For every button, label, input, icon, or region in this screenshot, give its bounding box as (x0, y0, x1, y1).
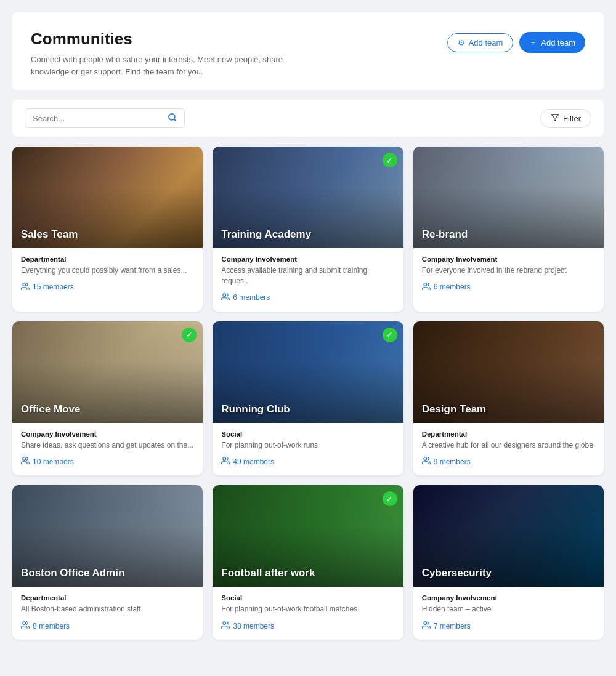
svg-point-4 (223, 293, 226, 296)
card-image: Sales Team (12, 147, 203, 248)
card-image-bg: ✓ Football after work (213, 485, 403, 587)
card-body: Departmental All Boston-based administra… (12, 587, 203, 640)
card-category: Company Involvement (21, 430, 194, 438)
svg-point-6 (23, 457, 26, 461)
card-description: For planning out-of-work football matche… (221, 604, 394, 614)
card-category: Company Involvement (221, 256, 394, 263)
check-badge: ✓ (383, 153, 397, 167)
card-title-on-image: Football after work (221, 567, 315, 579)
card-body: Departmental Everything you could possib… (12, 248, 203, 301)
cards-grid: Sales Team Departmental Everything you c… (12, 147, 604, 640)
card-members: 8 members (21, 621, 194, 631)
card-category: Departmental (422, 430, 595, 438)
card-description: For everyone involved in the rebrand pro… (422, 265, 595, 276)
filter-icon (551, 113, 559, 124)
card-category: Social (221, 594, 394, 602)
card-image-bg: Sales Team (12, 147, 203, 248)
card-image: Design Team (413, 321, 604, 423)
card-cybersecurity[interactable]: Cybersecurity Company Involvement Hidden… (413, 485, 604, 640)
card-image: ✓ Running Club (213, 321, 403, 423)
check-badge: ✓ (383, 328, 397, 342)
card-rebrand[interactable]: Re-brand Company Involvement For everyon… (413, 147, 604, 312)
card-description: For planning out-of-work runs (221, 440, 394, 451)
card-title-on-image: Office Move (21, 403, 80, 416)
members-icon (422, 621, 431, 631)
card-image-bg: Cybersecurity (413, 485, 604, 587)
members-count: 49 members (233, 457, 274, 466)
card-title-on-image: Design Team (422, 403, 487, 416)
header-buttons: ⚙ Add team ＋ Add team (447, 30, 585, 53)
members-icon (422, 282, 431, 292)
members-icon (221, 292, 230, 303)
page-wrapper: Communities Connect with people who sahr… (12, 12, 604, 640)
card-title-on-image: Running Club (221, 403, 290, 416)
members-count: 9 members (434, 457, 471, 466)
filter-button[interactable]: Filter (540, 109, 591, 128)
card-image: ✓ Office Move (12, 321, 203, 423)
members-icon (422, 456, 431, 467)
card-image-bg: Boston Office Admin (12, 485, 203, 587)
card-image-bg: ✓ Training Academy (213, 147, 403, 248)
svg-point-5 (424, 283, 427, 286)
card-members: 38 members (221, 621, 394, 631)
card-category: Departmental (21, 594, 194, 602)
svg-line-1 (174, 119, 176, 121)
card-category: Departmental (21, 256, 194, 263)
card-members: 6 members (422, 282, 595, 292)
card-title-on-image: Cybersecurity (422, 567, 492, 579)
card-body: Company Involvement Access available tra… (213, 248, 403, 312)
header-section: Communities Connect with people who sahr… (12, 12, 604, 90)
members-icon (21, 282, 30, 292)
card-description: Hidden team – active (422, 604, 595, 614)
card-description: Share ideas, ask questions and get updat… (21, 440, 194, 451)
manage-team-label: Add team (469, 38, 503, 47)
add-team-label: Add team (541, 38, 575, 47)
svg-point-8 (424, 457, 427, 461)
card-image-bg: ✓ Office Move (12, 321, 203, 423)
svg-marker-2 (551, 114, 559, 121)
svg-point-10 (223, 622, 226, 625)
card-design-team[interactable]: Design Team Departmental A creative hub … (413, 321, 604, 476)
card-title-on-image: Re-brand (422, 228, 468, 241)
plus-icon: ＋ (529, 37, 537, 48)
check-badge: ✓ (182, 328, 197, 342)
page-title: Communities (31, 30, 290, 49)
card-body: Social For planning out-of-work football… (213, 587, 403, 640)
svg-point-3 (23, 283, 26, 286)
card-title-on-image: Training Academy (221, 228, 311, 241)
card-office-move[interactable]: ✓ Office Move Company Involvement Share … (12, 321, 203, 476)
members-count: 10 members (33, 457, 74, 466)
card-boston-office[interactable]: Boston Office Admin Departmental All Bos… (12, 485, 203, 640)
card-image: ✓ Football after work (213, 485, 403, 587)
search-input[interactable] (33, 114, 163, 123)
card-body: Company Involvement Hidden team – active… (413, 587, 604, 640)
card-image-bg: Design Team (413, 321, 604, 423)
card-image: Re-brand (413, 147, 604, 248)
card-members: 9 members (422, 456, 595, 467)
card-description: A creative hub for all our designers aro… (422, 440, 595, 451)
card-description: Everything you could possibly want frrom… (21, 265, 194, 276)
manage-team-button[interactable]: ⚙ Add team (447, 33, 514, 52)
page-subtitle: Connect with people who sahre your inter… (31, 54, 290, 78)
add-team-button[interactable]: ＋ Add team (519, 32, 585, 53)
card-training-academy[interactable]: ✓ Training Academy Company Involvement A… (213, 147, 403, 312)
card-title-on-image: Sales Team (21, 228, 78, 241)
search-icon (168, 113, 177, 124)
card-body: Departmental A creative hub for all our … (413, 423, 604, 476)
card-running-club[interactable]: ✓ Running Club Social For planning out-o… (213, 321, 403, 476)
card-sales-team[interactable]: Sales Team Departmental Everything you c… (12, 147, 203, 312)
card-category: Company Involvement (422, 256, 595, 263)
header-left: Communities Connect with people who sahr… (31, 30, 290, 78)
svg-point-9 (23, 622, 26, 625)
members-count: 15 members (33, 283, 74, 291)
card-title-on-image: Boston Office Admin (21, 567, 124, 579)
card-football-after-work[interactable]: ✓ Football after work Social For plannin… (213, 485, 403, 640)
members-icon (221, 621, 230, 631)
card-members: 49 members (221, 456, 394, 467)
card-image-bg: ✓ Running Club (213, 321, 403, 423)
members-icon (21, 621, 30, 631)
search-input-wrap (25, 108, 185, 128)
card-description: All Boston-based administration staff (21, 604, 194, 614)
members-count: 38 members (233, 622, 274, 630)
card-members: 15 members (21, 282, 194, 292)
